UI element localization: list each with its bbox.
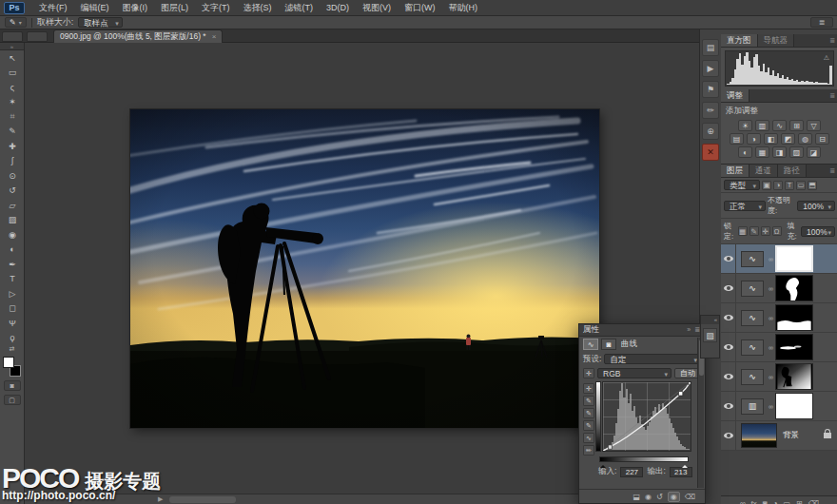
- posterize-icon[interactable]: ▦: [755, 146, 769, 158]
- tab-paths[interactable]: 路径: [778, 165, 807, 177]
- curve-grid[interactable]: [602, 381, 691, 452]
- mask-link-icon[interactable]: ∞: [769, 374, 773, 380]
- adjustment-controls-icon[interactable]: ∿: [583, 339, 598, 350]
- curves-adjustment-icon[interactable]: ∿: [741, 281, 764, 297]
- filter-smart-icon[interactable]: ⬒: [808, 181, 817, 190]
- curve-svg[interactable]: [603, 382, 691, 451]
- toggle-visibility-icon[interactable]: ◉: [668, 492, 680, 502]
- tab-navigator[interactable]: 导航器: [758, 34, 795, 47]
- photo-document[interactable]: [130, 109, 599, 428]
- layer-row-levels-1[interactable]: ▥ ∞: [721, 392, 837, 421]
- tab-histogram[interactable]: 直方图: [721, 34, 758, 47]
- layer-row-background[interactable]: 背景: [721, 421, 837, 451]
- tab-channels[interactable]: 通道: [749, 165, 778, 177]
- preset-select[interactable]: 自定: [604, 354, 701, 364]
- menu-type[interactable]: 文字(T): [195, 2, 237, 14]
- filter-adjustment-icon[interactable]: ◑: [773, 181, 783, 190]
- layer-visibility-toggle[interactable]: [722, 333, 736, 361]
- mask-controls-icon[interactable]: ◙: [601, 339, 616, 350]
- layer-filter-select[interactable]: 类型: [724, 180, 760, 190]
- layer-mask-thumbnail[interactable]: [775, 304, 813, 331]
- blend-mode-select[interactable]: 正常: [724, 201, 766, 211]
- output-value[interactable]: 213: [670, 467, 692, 477]
- lock-transparency-icon[interactable]: ▦: [738, 226, 748, 236]
- menu-window[interactable]: 窗口(W): [398, 2, 442, 14]
- layer-visibility-toggle[interactable]: [722, 303, 736, 332]
- layer-row-curves-3[interactable]: ∿ ∞: [721, 303, 837, 333]
- collapse-icon[interactable]: »: [687, 326, 691, 333]
- mask-link-icon[interactable]: ∞: [769, 344, 773, 351]
- mini-bridge-icon[interactable]: ▤: [702, 39, 719, 56]
- clone-stamp-icon[interactable]: ⊙: [0, 168, 25, 184]
- menu-file[interactable]: 文件(F): [32, 2, 74, 14]
- menu-help[interactable]: 帮助(H): [442, 2, 485, 14]
- layer-style-icon[interactable]: fx: [751, 499, 757, 504]
- document-tab[interactable]: 0900.jpg @ 100%(曲线 5, 图层蒙版/16) * ×: [53, 29, 223, 43]
- cached-data-warning-icon[interactable]: ⚠: [824, 54, 829, 62]
- new-adjustment-layer-icon[interactable]: ◑: [773, 499, 778, 504]
- targeted-adjustment-icon[interactable]: ✛: [583, 368, 594, 378]
- new-layer-icon[interactable]: ⊞: [796, 499, 803, 504]
- clip-to-layer-icon[interactable]: ⬓: [633, 493, 640, 501]
- type-icon[interactable]: T: [0, 272, 25, 287]
- lock-pixels-icon[interactable]: ✎: [749, 226, 759, 236]
- swap-colors-icon[interactable]: ⇄: [0, 345, 24, 353]
- menu-layer[interactable]: 图层(L): [154, 2, 195, 14]
- panel-menu-icon[interactable]: ≣: [827, 89, 837, 102]
- workspace-switcher[interactable]: ≣: [810, 17, 833, 28]
- layer-visibility-toggle[interactable]: [722, 421, 736, 450]
- color-lookup-icon[interactable]: ⊟: [815, 133, 829, 145]
- collapse-arrows-icon[interactable]: «: [701, 316, 719, 324]
- background-layer-thumbnail[interactable]: [741, 423, 777, 448]
- dodge-icon[interactable]: ◐: [0, 242, 25, 258]
- menu-edit[interactable]: 编辑(E): [74, 2, 116, 14]
- fill-select[interactable]: 100%: [801, 226, 835, 237]
- add-layer-mask-icon[interactable]: ◙: [763, 499, 768, 504]
- lasso-icon[interactable]: ς: [0, 80, 25, 95]
- layer-row-curves-1[interactable]: ∿ ∞: [721, 362, 837, 392]
- curves-adjustment-icon[interactable]: ∿: [741, 339, 764, 356]
- curves-adjustment-icon[interactable]: ∿: [741, 310, 764, 326]
- gray-point-eyedropper-icon[interactable]: ✎: [583, 408, 594, 418]
- layer-row-curves-2[interactable]: ∿ ∞: [721, 333, 837, 362]
- filter-pixel-icon[interactable]: ▣: [762, 181, 771, 190]
- move-icon[interactable]: ↖: [0, 50, 25, 66]
- hand-icon[interactable]: Ψ: [0, 316, 25, 331]
- levels-adjustment-icon[interactable]: ▥: [741, 398, 764, 415]
- properties-titlebar[interactable]: 属性 » ≣: [579, 324, 705, 337]
- filter-shape-icon[interactable]: ▭: [796, 181, 806, 190]
- curves-adjustment-icon[interactable]: ∿: [741, 369, 764, 385]
- tab-adjustments[interactable]: 调整: [721, 89, 749, 102]
- layer-mask-thumbnail[interactable]: [775, 334, 813, 360]
- black-white-icon[interactable]: ◧: [764, 133, 778, 145]
- link-layers-icon[interactable]: ∞: [740, 499, 746, 504]
- lock-all-icon[interactable]: Ω: [772, 226, 782, 236]
- delete-adjustment-icon[interactable]: ⌫: [685, 493, 695, 501]
- eraser-icon[interactable]: ▱: [0, 198, 25, 213]
- collapsed-properties-dock[interactable]: « ▧: [700, 315, 720, 359]
- history-brush-icon[interactable]: ↺: [0, 184, 25, 199]
- layer-row-curves-5[interactable]: ∿ ∞: [721, 244, 837, 274]
- reset-adjustment-icon[interactable]: ↺: [656, 493, 663, 501]
- curves-adjustment-icon[interactable]: ∿: [741, 251, 764, 267]
- gradient-map-icon[interactable]: ▨: [789, 146, 804, 158]
- styles-icon[interactable]: ⚑: [702, 81, 719, 98]
- input-value[interactable]: 227: [620, 467, 643, 477]
- sample-size-select[interactable]: 取样点: [78, 17, 123, 28]
- threshold-icon[interactable]: ◨: [772, 146, 787, 158]
- quick-mask-button[interactable]: ◙: [4, 380, 21, 391]
- layer-visibility-toggle[interactable]: [722, 392, 736, 420]
- layer-row-curves-4[interactable]: ∿ ∞: [721, 274, 837, 303]
- rectangular-marquee-icon[interactable]: ▭: [0, 66, 25, 81]
- current-tool-chip[interactable]: ✎ ▾: [5, 17, 27, 28]
- layer-mask-thumbnail[interactable]: [775, 393, 813, 419]
- quick-selection-icon[interactable]: ✶: [0, 95, 25, 110]
- curves-icon[interactable]: ∿: [772, 120, 787, 131]
- rectangle-shape-icon[interactable]: ◻: [0, 301, 25, 317]
- close-tab-icon[interactable]: ×: [212, 32, 217, 41]
- black-slider-icon[interactable]: [600, 462, 606, 468]
- layer-visibility-toggle[interactable]: [722, 244, 736, 273]
- pen-icon[interactable]: ✒: [0, 257, 25, 272]
- targeted-adjustment-icon[interactable]: ✛: [583, 383, 594, 394]
- view-previous-state-icon[interactable]: ◉: [645, 493, 652, 501]
